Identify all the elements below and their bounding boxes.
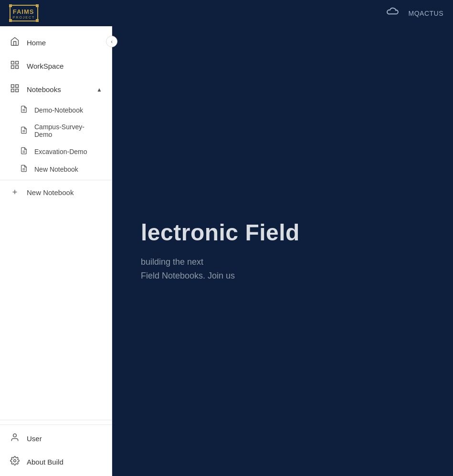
- header-right: MQACTUS: [387, 6, 444, 21]
- notebook-doc-icon-4: [20, 165, 29, 174]
- sidebar-item-notebooks[interactable]: Notebooks ▲: [0, 78, 112, 101]
- hero-subtitle: building the next Field Notebooks. Join …: [141, 255, 300, 283]
- svg-rect-7: [16, 89, 19, 92]
- home-icon: [10, 37, 20, 49]
- notebooks-icon: [10, 83, 20, 95]
- notebook-item-excavation[interactable]: Excavation-Demo: [0, 143, 112, 160]
- svg-rect-4: [11, 85, 14, 88]
- notebook-doc-icon-1: [20, 105, 29, 114]
- sidebar-item-workspace[interactable]: WorkSpace: [0, 54, 112, 78]
- main-container: ‹ Home: [0, 26, 453, 476]
- notebook-doc-icon-3: [20, 147, 29, 156]
- notebook-item-new-sub[interactable]: New Notebook: [0, 160, 112, 178]
- logo-main-text: FAIMS: [13, 8, 34, 15]
- cloud-icon: [387, 6, 399, 21]
- logo-sub-text: PROJECT: [13, 16, 35, 19]
- user-label: MQACTUS: [409, 10, 444, 17]
- sidebar-nav: Home WorkSpace: [0, 26, 112, 420]
- sidebar-item-about-build[interactable]: About Build: [0, 450, 112, 474]
- sidebar-divider-1: [0, 180, 112, 180]
- notebook-item-demo-label: Demo-Notebook: [34, 106, 83, 114]
- sidebar-bottom: User About Build: [0, 420, 112, 476]
- notebook-item-campus[interactable]: Campus-Survey-Demo: [0, 119, 112, 143]
- svg-rect-5: [16, 85, 19, 88]
- sidebar-item-user[interactable]: User: [0, 427, 112, 450]
- sidebar-divider-2: [0, 424, 112, 425]
- plus-icon: +: [10, 187, 20, 197]
- hero-container: lectronic Field building the next Field …: [112, 200, 328, 302]
- sidebar-item-user-label: User: [27, 435, 42, 443]
- new-notebook-button[interactable]: + New Notebook: [0, 182, 112, 203]
- notebooks-label: Notebooks: [27, 85, 90, 93]
- notebook-item-new-sub-label: New Notebook: [34, 166, 78, 173]
- sidebar-toggle-button[interactable]: ‹: [106, 36, 117, 47]
- notebooks-list: Demo-Notebook Campus-Survey-Demo: [0, 101, 112, 178]
- notebook-item-demo[interactable]: Demo-Notebook: [0, 101, 112, 119]
- notebook-item-campus-label: Campus-Survey-Demo: [34, 123, 102, 138]
- sidebar-item-home[interactable]: Home: [0, 31, 112, 54]
- sidebar: ‹ Home: [0, 26, 112, 476]
- hero-title: lectronic Field: [141, 219, 300, 246]
- main-content: lectronic Field building the next Field …: [112, 26, 453, 476]
- app-header: FAIMS PROJECT MQACTUS: [0, 0, 453, 26]
- svg-rect-1: [16, 62, 19, 64]
- notebooks-chevron-icon: ▲: [96, 86, 102, 93]
- gear-icon: [10, 456, 20, 468]
- user-icon: [10, 433, 20, 445]
- new-notebook-label: New Notebook: [27, 188, 74, 197]
- svg-rect-3: [16, 66, 19, 69]
- svg-rect-6: [11, 89, 14, 92]
- sidebar-item-home-label: Home: [27, 39, 46, 47]
- sidebar-item-about-build-label: About Build: [27, 458, 63, 466]
- logo[interactable]: FAIMS PROJECT: [10, 4, 38, 23]
- notebook-item-excavation-label: Excavation-Demo: [34, 148, 87, 155]
- svg-point-17: [14, 460, 16, 462]
- sidebar-item-workspace-label: WorkSpace: [27, 62, 63, 70]
- svg-rect-2: [11, 66, 14, 69]
- workspace-icon: [10, 60, 20, 72]
- notebook-doc-icon-2: [20, 126, 29, 135]
- svg-rect-0: [11, 62, 14, 64]
- svg-point-16: [13, 434, 17, 437]
